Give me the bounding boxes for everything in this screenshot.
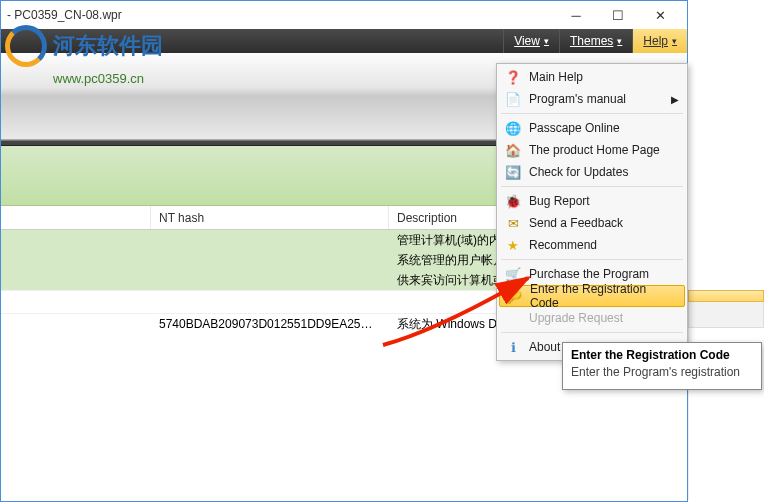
menu-item-passcape-online[interactable]: 🌐Passcape Online [499, 117, 685, 139]
menu-separator [501, 259, 683, 260]
close-button[interactable]: ✕ [639, 3, 681, 27]
menu-item-check-updates[interactable]: 🔄Check for Updates [499, 161, 685, 183]
menu-separator [501, 186, 683, 187]
send-feedback-icon: ✉ [505, 215, 521, 231]
menu-item-label: Program's manual [529, 92, 626, 106]
menu-separator [501, 332, 683, 333]
menu-item-upgrade: Upgrade Request [499, 307, 685, 329]
menu-item-label: About [529, 340, 560, 354]
menu-themes-label: Themes [570, 34, 613, 48]
menu-separator [501, 113, 683, 114]
recommend-icon: ★ [505, 237, 521, 253]
menu-view-label: View [514, 34, 540, 48]
menu-item-product-home[interactable]: 🏠The product Home Page [499, 139, 685, 161]
menu-item-send-feedback[interactable]: ✉Send a Feedback [499, 212, 685, 234]
menu-item-label: Main Help [529, 70, 583, 84]
menu-themes[interactable]: Themes▾ [559, 29, 632, 53]
menu-item-label: The product Home Page [529, 143, 660, 157]
enter-reg-icon: 🔑 [506, 288, 522, 304]
bug-report-icon: 🐞 [505, 193, 521, 209]
menu-item-label: Enter the Registration Code [530, 282, 678, 310]
check-updates-icon: 🔄 [505, 164, 521, 180]
menu-help-label: Help [643, 34, 668, 48]
purchase-icon: 🛒 [505, 266, 521, 282]
menu-bar: View▾ Themes▾ Help▾ [1, 29, 687, 53]
menu-item-main-help[interactable]: ❓Main Help [499, 66, 685, 88]
help-dropdown-menu: ❓Main Help📄Program's manual▶🌐Passcape On… [496, 63, 688, 361]
menu-item-programs-manual[interactable]: 📄Program's manual▶ [499, 88, 685, 110]
submenu-arrow-icon: ▶ [671, 94, 679, 105]
menu-item-label: Recommend [529, 238, 597, 252]
menu-item-label: Passcape Online [529, 121, 620, 135]
minimize-button[interactable]: ─ [555, 3, 597, 27]
tooltip-body: Enter the Program's registration [571, 365, 753, 379]
side-panel-fragment [688, 290, 764, 500]
tooltip: Enter the Registration Code Enter the Pr… [562, 342, 762, 390]
menu-item-label: Bug Report [529, 194, 590, 208]
programs-manual-icon: 📄 [505, 91, 521, 107]
table-header-nthash[interactable]: NT hash [151, 206, 389, 229]
product-home-icon: 🏠 [505, 142, 521, 158]
table-header-blank[interactable] [1, 206, 151, 229]
chevron-down-icon: ▾ [544, 36, 549, 46]
chevron-down-icon: ▾ [617, 36, 622, 46]
maximize-button[interactable]: ☐ [597, 3, 639, 27]
menu-item-bug-report[interactable]: 🐞Bug Report [499, 190, 685, 212]
menu-item-label: Send a Feedback [529, 216, 623, 230]
tooltip-title: Enter the Registration Code [571, 348, 753, 362]
chevron-down-icon: ▾ [672, 36, 677, 46]
menu-view[interactable]: View▾ [503, 29, 559, 53]
main-help-icon: ❓ [505, 69, 521, 85]
menu-item-label: Purchase the Program [529, 267, 649, 281]
menu-item-recommend[interactable]: ★Recommend [499, 234, 685, 256]
menu-item-label: Upgrade Request [529, 311, 623, 325]
passcape-online-icon: 🌐 [505, 120, 521, 136]
menu-help[interactable]: Help▾ [632, 29, 687, 53]
menu-item-label: Check for Updates [529, 165, 628, 179]
cell-hash: 5740BDAB209073D012551DD9EA25… [151, 317, 389, 331]
window-title: - PC0359_CN-08.wpr [7, 8, 555, 22]
about-icon: ℹ [505, 339, 521, 355]
upgrade-icon [505, 310, 521, 326]
menu-item-enter-reg[interactable]: 🔑Enter the Registration Code [499, 285, 685, 307]
title-bar: - PC0359_CN-08.wpr ─ ☐ ✕ [1, 1, 687, 29]
